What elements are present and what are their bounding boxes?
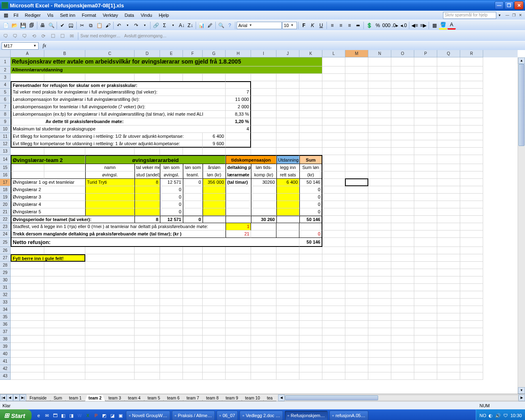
ql-app2-icon[interactable]: ◨ <box>68 412 75 419</box>
cell-I34[interactable] <box>251 306 276 313</box>
cell-C43[interactable] <box>85 372 135 380</box>
cell-E15[interactable]: løn som <box>160 164 183 171</box>
cell-Q1[interactable] <box>437 57 460 66</box>
cell-I28[interactable] <box>251 262 276 269</box>
row-header-8[interactable]: 8 <box>0 111 11 118</box>
cell-D20[interactable] <box>135 201 160 208</box>
cell-E36[interactable] <box>160 321 183 328</box>
cell-H39[interactable] <box>226 343 251 350</box>
inc-indent-icon[interactable]: ≡▶ <box>419 21 427 30</box>
window-close-button[interactable]: ✕ <box>514 1 523 9</box>
row-header-40[interactable]: 40 <box>0 350 11 358</box>
cell-N33[interactable] <box>368 299 391 306</box>
cell-G32[interactable] <box>203 291 226 299</box>
sort-desc-icon[interactable]: Z↓ <box>186 21 194 30</box>
cell-O8[interactable] <box>391 111 414 118</box>
cell-D39[interactable] <box>135 343 160 350</box>
cell-R15[interactable] <box>460 164 483 171</box>
cell-R25[interactable] <box>460 238 483 247</box>
align-left-icon[interactable]: ≡ <box>328 21 336 30</box>
cell-N4[interactable] <box>368 81 391 89</box>
cell-K34[interactable] <box>299 306 322 313</box>
col-header-D[interactable]: D <box>135 50 160 57</box>
cell-J21[interactable] <box>276 208 299 216</box>
cell-D33[interactable] <box>135 299 160 306</box>
cell-A26[interactable] <box>11 247 44 254</box>
cell-I18[interactable] <box>251 186 276 194</box>
col-header-A[interactable]: A <box>11 50 44 57</box>
sheet-tab-team 1[interactable]: team 1 <box>65 395 85 401</box>
cell-O17[interactable] <box>391 179 414 186</box>
cell-L21[interactable] <box>322 208 345 216</box>
sheet-tab-team 6[interactable]: team 6 <box>163 395 183 401</box>
cell-I22[interactable]: 30 260 <box>251 216 276 223</box>
cell-N14[interactable] <box>368 155 391 164</box>
cell-J26[interactable] <box>276 247 299 254</box>
cell-M37[interactable] <box>345 328 368 336</box>
cell-O40[interactable] <box>391 350 414 358</box>
cell-K11[interactable] <box>299 133 322 140</box>
cell-H32[interactable] <box>226 291 251 299</box>
cell-K37[interactable] <box>299 328 322 336</box>
cell-N18[interactable] <box>368 186 391 194</box>
cell-P1[interactable] <box>414 57 437 66</box>
cell-L20[interactable] <box>322 201 345 208</box>
cell-N23[interactable] <box>368 223 391 231</box>
row-header-4[interactable]: 4 <box>0 81 11 89</box>
cell-N37[interactable] <box>368 328 391 336</box>
cell-F21[interactable] <box>183 208 203 216</box>
cell-G40[interactable] <box>203 350 226 358</box>
cell-F22[interactable]: 0 <box>183 216 203 223</box>
cell-G11[interactable]: 6 400 <box>203 133 226 140</box>
cell-F18[interactable] <box>183 186 203 194</box>
cell-R41[interactable] <box>460 358 483 365</box>
cell-F26[interactable] <box>183 247 203 254</box>
cell-C31[interactable] <box>85 284 135 291</box>
cell-B16[interactable] <box>44 171 85 179</box>
row-header-35[interactable]: 35 <box>0 313 11 321</box>
dec-indent-icon[interactable]: ◀≡ <box>411 21 419 30</box>
sheet-tab-team 5[interactable]: team 5 <box>144 395 164 401</box>
cell-O6[interactable] <box>391 96 414 103</box>
cell-J3[interactable] <box>276 74 299 81</box>
redo-dropdown-icon[interactable]: ▾ <box>141 21 149 30</box>
cell-Q36[interactable] <box>437 321 460 328</box>
cell-J6[interactable] <box>276 96 299 103</box>
cell-D22[interactable]: 8 <box>135 216 160 223</box>
cell-N12[interactable] <box>368 140 391 148</box>
row-header-27[interactable]: 27 <box>0 254 11 262</box>
cell-N1[interactable] <box>368 57 391 66</box>
cell-K25[interactable]: 50 146 <box>299 238 322 247</box>
cell-R35[interactable] <box>460 313 483 321</box>
cell-R16[interactable] <box>460 171 483 179</box>
cell-R8[interactable] <box>460 111 483 118</box>
cell-O26[interactable] <box>391 247 414 254</box>
row-header-24[interactable]: 24 <box>0 231 11 238</box>
cell-Q32[interactable] <box>437 291 460 299</box>
cell-M2[interactable] <box>345 66 368 74</box>
row-header-21[interactable]: 21 <box>0 208 11 216</box>
cell-L11[interactable] <box>322 133 345 140</box>
select-all-corner[interactable] <box>0 50 11 57</box>
cell-R14[interactable] <box>460 155 483 164</box>
cell-M34[interactable] <box>345 306 368 313</box>
hscroll-thumb[interactable] <box>285 395 378 400</box>
cell-P32[interactable] <box>414 291 437 299</box>
cell-P9[interactable] <box>414 118 437 126</box>
cell-R11[interactable] <box>460 133 483 140</box>
cell-M27[interactable] <box>345 254 368 262</box>
cell-N11[interactable] <box>368 133 391 140</box>
tab-next-icon[interactable]: ▶ <box>13 394 20 401</box>
cell-N43[interactable] <box>368 372 391 380</box>
scroll-down-icon[interactable]: ▼ <box>518 387 525 394</box>
cell-Q11[interactable] <box>437 133 460 140</box>
cell-P35[interactable] <box>414 313 437 321</box>
cell-F39[interactable] <box>183 343 203 350</box>
cell-A10[interactable]: Maksimum tal studentar pr praksisgruppe <box>11 126 226 133</box>
cell-J13[interactable] <box>276 148 299 155</box>
row-header-22[interactable]: 22 <box>0 216 11 223</box>
taskbar-item[interactable]: ▫Refusjonskjem… <box>285 411 328 420</box>
cell-P7[interactable] <box>414 103 437 111</box>
cell-P11[interactable] <box>414 133 437 140</box>
cell-G29[interactable] <box>203 269 226 276</box>
